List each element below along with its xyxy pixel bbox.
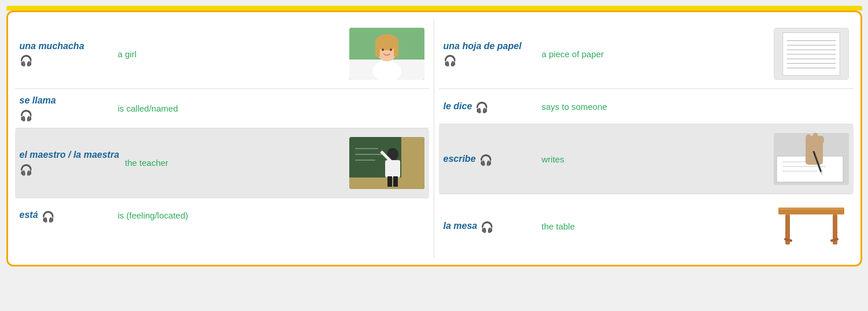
svg-rect-17: [387, 176, 392, 187]
audio-esta[interactable]: 🎧: [42, 210, 54, 223]
def-una-muchacha: a girl: [112, 49, 349, 59]
image-una-muchacha: [349, 28, 424, 80]
audio-el-maestro[interactable]: 🎧: [20, 164, 120, 176]
term-el-maestro: el maestro / la maestra: [20, 149, 120, 161]
vocab-row-escribe: escribe 🎧 writes: [439, 124, 854, 194]
vocab-row-la-mesa: la mesa 🎧 the table: [439, 194, 854, 258]
svg-point-36: [819, 136, 824, 144]
def-le-dice: says to someone: [536, 102, 849, 112]
def-la-mesa: the table: [536, 221, 774, 231]
audio-se-llama[interactable]: 🎧: [20, 109, 112, 122]
term-una-muchacha: una muchacha: [20, 40, 112, 53]
def-escribe: writes: [536, 154, 774, 164]
term-escribe: escribe: [444, 153, 476, 165]
audio-una-muchacha[interactable]: 🎧: [20, 54, 112, 67]
vocab-row-una-hoja: una hoja de papel 🎧 a piece of paper: [439, 19, 854, 88]
term-col-una-hoja: una hoja de papel 🎧: [444, 40, 536, 68]
outer-container: una muchacha 🎧 a girl: [6, 10, 862, 266]
term-esta: está: [20, 209, 38, 221]
svg-rect-41: [778, 208, 844, 210]
svg-rect-18: [393, 176, 398, 187]
vocab-row-esta: está 🎧 is (feeling/located): [15, 198, 429, 233]
svg-rect-5: [375, 40, 380, 57]
vocab-grid: una muchacha 🎧 a girl: [15, 19, 854, 258]
term-col-le-dice: le dice 🎧: [444, 99, 536, 114]
audio-una-hoja[interactable]: 🎧: [444, 54, 536, 67]
svg-rect-20: [782, 33, 839, 76]
def-una-hoja: a piece of paper: [536, 49, 774, 59]
vocab-row-se-llama: se llama 🎧 is called/named: [15, 89, 429, 128]
image-la-mesa: [774, 200, 849, 252]
image-una-hoja: [774, 28, 849, 80]
term-col-la-mesa: la mesa 🎧: [444, 219, 536, 234]
image-el-maestro: [349, 137, 424, 189]
term-col-escribe: escribe 🎧: [444, 151, 536, 166]
audio-escribe[interactable]: 🎧: [479, 154, 492, 166]
term-col-el-maestro: el maestro / la maestra 🎧: [20, 149, 120, 176]
def-se-llama: is called/named: [112, 103, 424, 113]
def-esta: is (feeling/located): [112, 210, 424, 220]
left-column: una muchacha 🎧 a girl: [15, 19, 434, 258]
svg-point-34: [806, 134, 811, 143]
term-col-se-llama: se llama 🎧: [20, 95, 112, 122]
term-col-esta: está 🎧: [20, 208, 112, 223]
def-el-maestro: the teacher: [119, 158, 349, 168]
svg-rect-6: [394, 40, 398, 57]
right-column: una hoja de papel 🎧 a piece of paper: [434, 19, 854, 258]
audio-la-mesa[interactable]: 🎧: [481, 221, 493, 234]
term-una-hoja: una hoja de papel: [444, 40, 536, 53]
vocab-row-una-muchacha: una muchacha 🎧 a girl: [15, 19, 429, 88]
top-bar: [6, 6, 862, 10]
term-se-llama: se llama: [20, 95, 112, 107]
image-escribe: [774, 133, 849, 185]
term-col: una muchacha 🎧: [20, 40, 112, 68]
svg-point-8: [390, 49, 392, 51]
term-le-dice: le dice: [444, 101, 472, 113]
svg-point-7: [382, 49, 384, 51]
audio-le-dice[interactable]: 🎧: [475, 101, 488, 114]
term-la-mesa: la mesa: [444, 220, 478, 232]
vocab-row-el-maestro: el maestro / la maestra 🎧 the teacher: [15, 128, 429, 198]
vocab-row-le-dice: le dice 🎧 says to someone: [439, 89, 854, 124]
